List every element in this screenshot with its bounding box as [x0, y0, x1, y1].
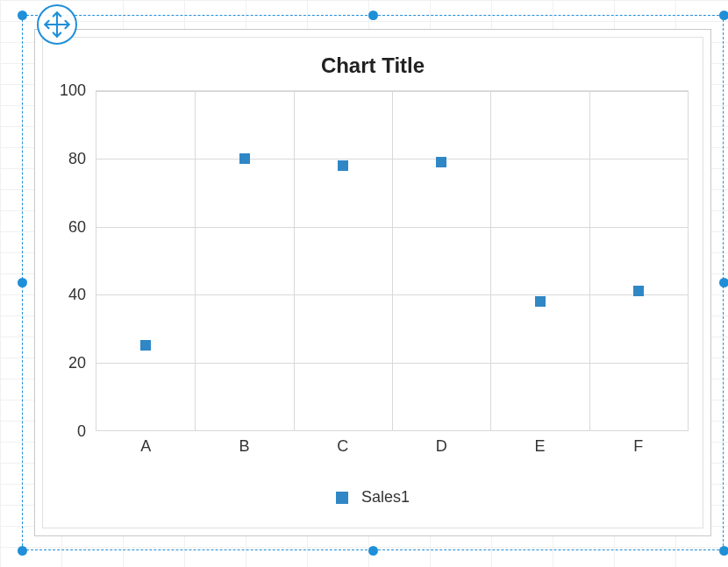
- selection-handle[interactable]: [368, 11, 378, 20]
- chart-object[interactable]: Chart Title 020406080100 ABCDEF Sales1: [34, 29, 711, 536]
- x-gridline: [490, 91, 491, 430]
- chart-move-handle[interactable]: [37, 4, 77, 45]
- y-tick-label: 0: [77, 422, 86, 441]
- y-tick-label: 60: [68, 217, 86, 236]
- selection-handle[interactable]: [18, 546, 27, 556]
- y-tick-label: 40: [68, 286, 86, 304]
- chart-title[interactable]: Chart Title: [43, 53, 703, 78]
- selection-handle[interactable]: [18, 11, 27, 20]
- data-point[interactable]: [535, 296, 546, 307]
- chart-plot-area[interactable]: 020406080100 ABCDEF: [96, 90, 689, 431]
- data-point[interactable]: [239, 153, 250, 164]
- x-gridline: [294, 91, 295, 430]
- data-point[interactable]: [338, 160, 348, 171]
- x-tick-label: A: [140, 437, 151, 456]
- x-tick-label: F: [633, 437, 643, 456]
- legend-label: Sales1: [361, 488, 410, 506]
- x-gridline: [195, 91, 196, 430]
- x-gridline: [589, 91, 590, 430]
- selection-handle[interactable]: [18, 278, 27, 287]
- selection-handle[interactable]: [368, 546, 378, 556]
- x-tick-label: C: [337, 437, 348, 456]
- chart-legend[interactable]: Sales1: [43, 488, 703, 507]
- data-point[interactable]: [140, 340, 151, 351]
- y-tick-label: 20: [68, 354, 86, 372]
- x-tick-label: B: [239, 437, 249, 456]
- data-point[interactable]: [436, 157, 446, 167]
- y-gridline: [96, 430, 688, 431]
- selection-handle[interactable]: [719, 11, 729, 20]
- chart-plot-container: Chart Title 020406080100 ABCDEF Sales1: [42, 37, 703, 528]
- y-axis: 020406080100: [43, 90, 91, 431]
- data-point[interactable]: [633, 286, 644, 296]
- plot-area[interactable]: ABCDEF: [96, 90, 689, 431]
- selection-handle[interactable]: [719, 278, 729, 287]
- x-gridline: [392, 91, 393, 430]
- selection-handle[interactable]: [719, 546, 729, 556]
- move-arrows-icon: [39, 31, 75, 46]
- x-tick-label: D: [436, 437, 447, 456]
- x-tick-label: E: [534, 437, 545, 456]
- y-tick-label: 80: [68, 149, 86, 167]
- y-tick-label: 100: [60, 82, 86, 100]
- legend-marker-icon: [336, 492, 348, 504]
